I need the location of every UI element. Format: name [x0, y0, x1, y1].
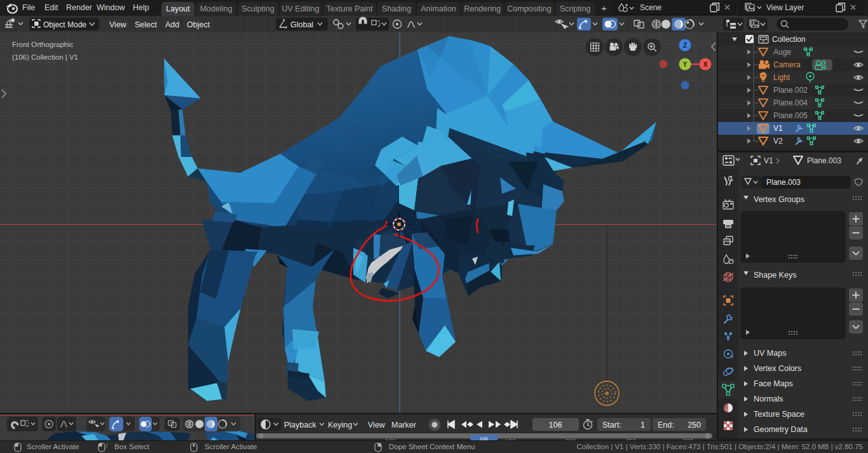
- svg-text:V1: V1: [764, 156, 773, 165]
- svg-text:Collection: Collection: [772, 35, 806, 44]
- svg-text:Normals: Normals: [754, 395, 783, 403]
- svg-text:Keying: Keying: [328, 421, 352, 429]
- svg-text:Global: Global: [290, 20, 313, 29]
- svg-text:View: View: [109, 20, 127, 29]
- svg-text:Plane.002: Plane.002: [773, 86, 808, 95]
- svg-text:Vertex Groups: Vertex Groups: [754, 195, 804, 204]
- svg-text:Start:: Start:: [602, 421, 621, 429]
- svg-text:Auge: Auge: [773, 48, 791, 57]
- svg-text:Geometry Data: Geometry Data: [754, 425, 808, 434]
- svg-text:Marker: Marker: [391, 421, 416, 429]
- svg-text:Camera: Camera: [773, 60, 801, 69]
- svg-text:Z: Z: [683, 42, 687, 49]
- svg-text:Plane.005: Plane.005: [773, 111, 808, 120]
- svg-text:Texture Space: Texture Space: [754, 410, 804, 419]
- svg-text:Add: Add: [165, 20, 179, 29]
- svg-text:250: 250: [688, 421, 701, 429]
- svg-text:Plane.003: Plane.003: [766, 178, 801, 187]
- svg-text:Plane.003: Plane.003: [807, 156, 841, 165]
- svg-text:Plane.004: Plane.004: [773, 98, 808, 107]
- svg-text:Playback: Playback: [284, 421, 316, 429]
- svg-text:Face Maps: Face Maps: [754, 379, 793, 388]
- svg-text:Vertex Colors: Vertex Colors: [754, 364, 801, 373]
- svg-text:View: View: [368, 421, 386, 429]
- svg-text:Object: Object: [187, 20, 210, 29]
- svg-text:UV Maps: UV Maps: [754, 349, 786, 358]
- svg-text:Light: Light: [773, 73, 790, 82]
- svg-text:1: 1: [641, 421, 645, 429]
- svg-text:106: 106: [549, 421, 562, 429]
- svg-text:Object Mode: Object Mode: [43, 20, 86, 29]
- svg-text:Shape Keys: Shape Keys: [754, 271, 796, 280]
- svg-text:End:: End:: [658, 421, 674, 429]
- svg-text:V1: V1: [773, 124, 783, 133]
- svg-text:V2: V2: [773, 137, 783, 145]
- svg-text:X: X: [703, 61, 708, 68]
- svg-text:Y: Y: [683, 61, 688, 68]
- svg-text:Select: Select: [135, 20, 157, 29]
